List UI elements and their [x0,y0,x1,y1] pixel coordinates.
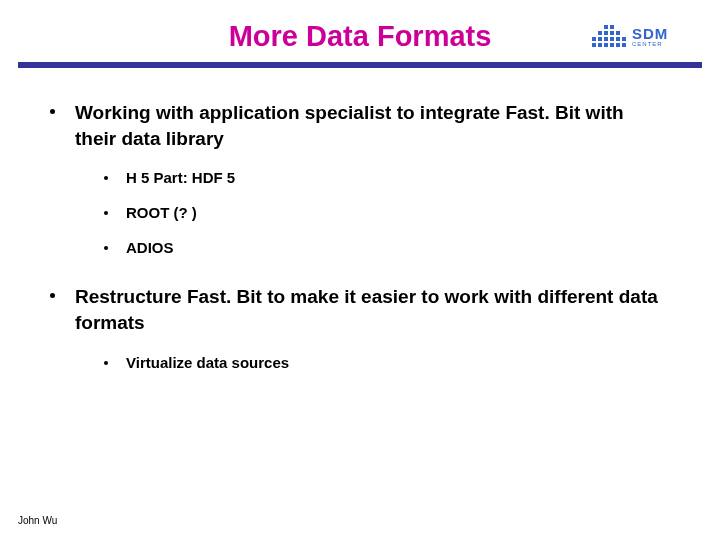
bullet-list: Working with application specialist to i… [50,100,670,371]
sub-bullet-text: ADIOS [126,239,174,256]
list-item: Working with application specialist to i… [50,100,670,256]
slide: More Data Formats SDM CENTER Working wit… [0,0,720,540]
list-item: Restructure Fast. Bit to make it easier … [50,284,670,370]
footer-author: John Wu [18,515,57,526]
sub-bullet-text: H 5 Part: HDF 5 [126,169,235,186]
logo-sub: CENTER [632,41,668,47]
bullet-text: Working with application specialist to i… [75,100,670,151]
sdm-logo: SDM CENTER [592,20,702,52]
bullet-icon [50,293,55,298]
logo-text: SDM CENTER [632,26,668,47]
content-area: Working with application specialist to i… [50,100,670,399]
bullet-icon [104,246,108,250]
logo-main: SDM [632,26,668,41]
sub-bullet-text: ROOT (? ) [126,204,197,221]
bullet-icon [104,361,108,365]
bullet-icon [104,211,108,215]
sub-list: Virtualize data sources [104,354,670,371]
bullet-icon [50,109,55,114]
sub-bullet-text: Virtualize data sources [126,354,289,371]
list-item: ADIOS [104,239,670,256]
bullet-text: Restructure Fast. Bit to make it easier … [75,284,670,335]
sub-list: H 5 Part: HDF 5 ROOT (? ) ADIOS [104,169,670,256]
title-underline [18,62,702,68]
list-item: ROOT (? ) [104,204,670,221]
list-item: Virtualize data sources [104,354,670,371]
list-item: H 5 Part: HDF 5 [104,169,670,186]
bullet-icon [104,176,108,180]
logo-dots-icon [592,25,626,47]
